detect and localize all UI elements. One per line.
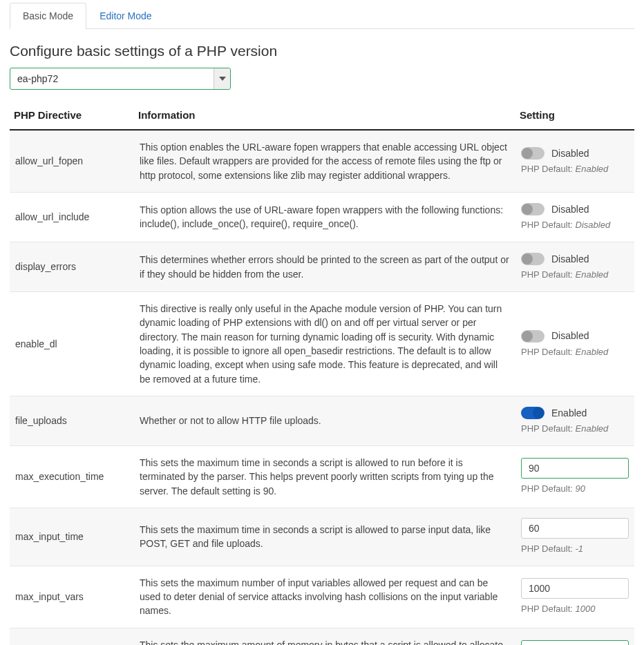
directive-info: This sets the maximum time in seconds a … bbox=[134, 446, 515, 508]
table-row: memory_limitThis sets the maximum amount… bbox=[10, 628, 634, 645]
php-default-prefix: PHP Default: bbox=[521, 269, 576, 280]
table-row: allow_url_fopenThis option enables the U… bbox=[10, 130, 634, 192]
directive-info: This sets the maximum amount of memory i… bbox=[134, 628, 515, 645]
toggle-switch[interactable] bbox=[521, 203, 544, 215]
toggle-knob bbox=[533, 407, 544, 418]
php-default-prefix: PHP Default: bbox=[521, 347, 576, 357]
toggle-state-label: Disabled bbox=[551, 329, 589, 343]
toggle-switch[interactable] bbox=[521, 407, 544, 419]
directive-info: This determines whether errors should be… bbox=[134, 242, 515, 292]
directive-setting: PHP Default: 1000 bbox=[515, 566, 634, 628]
php-default-value: Enabled bbox=[576, 269, 609, 280]
col-header-directive: PHP Directive bbox=[10, 102, 134, 130]
table-row: allow_url_includeThis option allows the … bbox=[10, 192, 634, 242]
php-default-prefix: PHP Default: bbox=[521, 220, 576, 230]
table-row: enable_dlThis directive is really only u… bbox=[10, 292, 634, 396]
directive-setting: DisabledPHP Default: Enabled bbox=[515, 242, 634, 292]
php-default-prefix: PHP Default: bbox=[521, 604, 576, 614]
directive-info: This sets the maximum time in seconds a … bbox=[134, 508, 515, 566]
value-input[interactable] bbox=[521, 518, 629, 539]
php-default-value: 90 bbox=[576, 483, 585, 494]
php-default-label: PHP Default: 90 bbox=[521, 483, 629, 496]
php-version-select-wrap: ea-php72 bbox=[10, 68, 231, 90]
table-row: max_execution_timeThis sets the maximum … bbox=[10, 446, 634, 508]
php-default-value: 1000 bbox=[576, 604, 596, 614]
php-default-label: PHP Default: -1 bbox=[521, 543, 629, 556]
directive-info: This sets the maximum number of input va… bbox=[134, 566, 515, 628]
php-default-label: PHP Default: Disabled bbox=[521, 219, 629, 232]
directive-name: max_input_vars bbox=[10, 566, 134, 628]
toggle-knob bbox=[522, 331, 533, 342]
directive-info: This option allows the use of URL-aware … bbox=[134, 192, 515, 242]
section-title: Configure basic settings of a PHP versio… bbox=[10, 43, 634, 59]
php-default-label: PHP Default: Enabled bbox=[521, 346, 629, 359]
col-header-information: Information bbox=[134, 102, 515, 130]
toggle-row: Disabled bbox=[521, 202, 629, 216]
directive-name: enable_dl bbox=[10, 292, 134, 396]
php-default-prefix: PHP Default: bbox=[521, 483, 576, 494]
directive-setting: EnabledPHP Default: Enabled bbox=[515, 396, 634, 445]
directive-setting: DisabledPHP Default: Enabled bbox=[515, 292, 634, 396]
php-default-value: Disabled bbox=[576, 220, 611, 230]
php-default-label: PHP Default: Enabled bbox=[521, 269, 629, 282]
directive-name: memory_limit bbox=[10, 628, 134, 645]
value-input[interactable] bbox=[521, 640, 629, 645]
toggle-switch[interactable] bbox=[521, 253, 544, 265]
toggle-knob bbox=[522, 204, 533, 215]
toggle-knob bbox=[522, 253, 533, 264]
toggle-state-label: Enabled bbox=[551, 406, 587, 420]
table-row: file_uploadsWhether or not to allow HTTP… bbox=[10, 396, 634, 445]
php-default-label: PHP Default: Enabled bbox=[521, 163, 629, 176]
directive-setting: PHP Default: 128M bbox=[515, 628, 634, 645]
directives-table: PHP Directive Information Setting allow_… bbox=[10, 102, 634, 645]
toggle-switch[interactable] bbox=[521, 330, 544, 343]
directive-name: display_errors bbox=[10, 242, 134, 292]
directive-setting: DisabledPHP Default: Disabled bbox=[515, 192, 634, 242]
table-row: max_input_varsThis sets the maximum numb… bbox=[10, 566, 634, 628]
toggle-state-label: Disabled bbox=[551, 202, 589, 216]
table-row: max_input_timeThis sets the maximum time… bbox=[10, 508, 634, 566]
php-default-value: -1 bbox=[576, 543, 584, 554]
php-default-label: PHP Default: 1000 bbox=[521, 603, 629, 616]
directive-info: This option enables the URL-aware fopen … bbox=[134, 130, 515, 192]
tab-basic-mode[interactable]: Basic Mode bbox=[10, 3, 86, 29]
php-default-value: Enabled bbox=[576, 423, 609, 434]
directive-name: file_uploads bbox=[10, 396, 134, 445]
directive-name: max_input_time bbox=[10, 508, 134, 566]
directive-name: allow_url_fopen bbox=[10, 130, 134, 192]
php-default-prefix: PHP Default: bbox=[521, 423, 576, 434]
php-version-select[interactable]: ea-php72 bbox=[10, 68, 231, 90]
php-default-value: Enabled bbox=[576, 164, 609, 174]
value-input[interactable] bbox=[521, 578, 629, 599]
toggle-state-label: Disabled bbox=[551, 146, 589, 160]
col-header-setting: Setting bbox=[515, 102, 634, 130]
directive-setting: PHP Default: -1 bbox=[515, 508, 634, 566]
toggle-row: Enabled bbox=[521, 406, 629, 420]
table-row: display_errorsThis determines whether er… bbox=[10, 242, 634, 292]
toggle-state-label: Disabled bbox=[551, 252, 589, 266]
value-input[interactable] bbox=[521, 458, 629, 479]
toggle-row: Disabled bbox=[521, 329, 629, 343]
directive-info: This directive is really only useful in … bbox=[134, 292, 515, 396]
toggle-row: Disabled bbox=[521, 146, 629, 160]
tab-editor-mode[interactable]: Editor Mode bbox=[86, 3, 164, 29]
directive-setting: PHP Default: 90 bbox=[515, 446, 634, 508]
tabs: Basic Mode Editor Mode bbox=[10, 3, 634, 29]
directive-name: max_execution_time bbox=[10, 446, 134, 508]
directive-name: allow_url_include bbox=[10, 192, 134, 242]
php-default-prefix: PHP Default: bbox=[521, 164, 576, 174]
directive-info: Whether or not to allow HTTP file upload… bbox=[134, 396, 515, 445]
php-default-label: PHP Default: Enabled bbox=[521, 423, 629, 436]
toggle-knob bbox=[522, 148, 533, 159]
toggle-row: Disabled bbox=[521, 252, 629, 266]
directive-setting: DisabledPHP Default: Enabled bbox=[515, 130, 634, 192]
toggle-switch[interactable] bbox=[521, 147, 544, 160]
php-default-value: Enabled bbox=[576, 347, 609, 357]
php-default-prefix: PHP Default: bbox=[521, 543, 576, 554]
